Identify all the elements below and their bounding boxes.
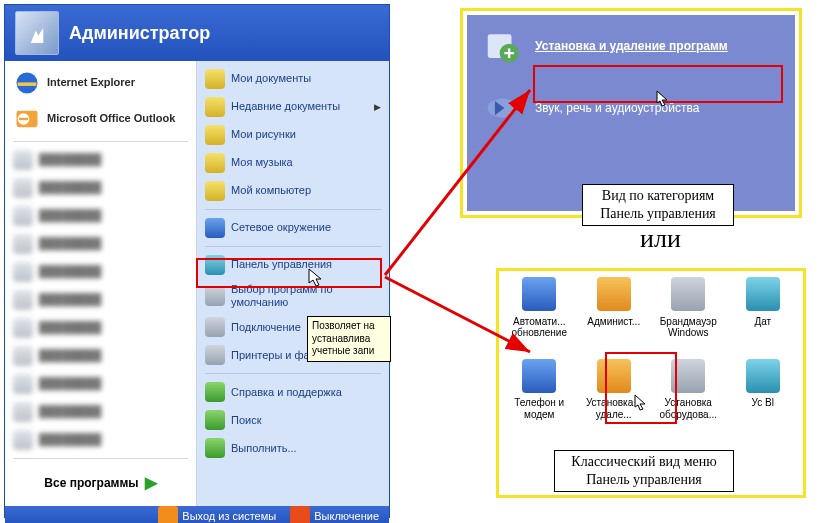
chevron-right-icon: ▶: [374, 102, 381, 112]
menu-item-label: Мой компьютер: [231, 184, 311, 197]
classic-item[interactable]: Установка и удале...: [578, 359, 651, 421]
recent-item-blurred[interactable]: ████████: [5, 342, 196, 370]
folder-icon: [205, 153, 225, 173]
app-icon: [13, 318, 33, 338]
recent-item-blurred[interactable]: ████████: [5, 258, 196, 286]
pinned-label: Microsoft Office Outlook: [47, 112, 175, 125]
classic-item[interactable]: Дат: [727, 277, 800, 339]
cp-icon: [671, 277, 705, 311]
menu-item[interactable]: Выбор программ по умолчанию: [197, 279, 389, 313]
menu-item[interactable]: Поиск: [197, 406, 389, 434]
classic-item[interactable]: Брандмауэр Windows: [652, 277, 725, 339]
folder-icon: [205, 181, 225, 201]
start-menu-right: Мои документыНедавние документы▶Мои рису…: [197, 61, 389, 506]
separator: [205, 246, 381, 247]
caption-line: Панель управления: [555, 471, 733, 489]
app-icon: [13, 262, 33, 282]
separator: [205, 209, 381, 210]
classic-item-label: Дат: [727, 316, 800, 328]
menu-item-label: Подключение: [231, 321, 301, 334]
menu-item-label: Выполнить...: [231, 442, 297, 455]
start-menu-footer: Выход из системы Выключение: [5, 506, 389, 523]
classic-item[interactable]: Телефон и модем: [503, 359, 576, 421]
caption-line: Вид по категориям: [583, 187, 733, 205]
classic-item[interactable]: Автомати... обновление: [503, 277, 576, 339]
folder-icon: [205, 382, 225, 402]
classic-item[interactable]: Установка оборудова...: [652, 359, 725, 421]
avatar: [15, 11, 59, 55]
menu-item-label: Справка и поддержка: [231, 386, 342, 399]
outlook-icon: [13, 105, 41, 133]
sound-icon: [483, 89, 521, 127]
all-programs[interactable]: Все программы ▶: [5, 463, 196, 502]
classic-item-label: Ус Bl: [727, 397, 800, 409]
folder-icon: [205, 345, 225, 365]
menu-item[interactable]: Справка и поддержка: [197, 378, 389, 406]
folder-icon: [205, 317, 225, 337]
app-icon: [13, 290, 33, 310]
recent-item-blurred[interactable]: ████████: [5, 398, 196, 426]
classic-item[interactable]: Админист...: [578, 277, 651, 339]
menu-item[interactable]: Мои рисунки: [197, 121, 389, 149]
logoff-icon: [158, 506, 178, 523]
separator: [205, 373, 381, 374]
recent-item-blurred[interactable]: ████████: [5, 202, 196, 230]
app-icon: [13, 346, 33, 366]
logoff-button[interactable]: Выход из системы: [158, 506, 276, 523]
recent-item-blurred[interactable]: ████████: [5, 230, 196, 258]
recent-item-blurred[interactable]: ████████: [5, 426, 196, 454]
user-name: Администратор: [69, 23, 210, 44]
classic-item-label: Установка и удале...: [578, 397, 651, 420]
shutdown-icon: [290, 506, 310, 523]
menu-item-label: Поиск: [231, 414, 261, 427]
menu-item[interactable]: Выполнить...: [197, 434, 389, 462]
menu-item[interactable]: Моя музыка: [197, 149, 389, 177]
menu-item-label: Недавние документы: [231, 100, 340, 113]
addremove-icon: [483, 27, 521, 65]
folder-icon: [205, 125, 225, 145]
recent-item-blurred[interactable]: ████████: [5, 314, 196, 342]
pinned-item-ie[interactable]: Internet Explorer: [5, 65, 196, 101]
menu-item[interactable]: Недавние документы▶: [197, 93, 389, 121]
menu-item-label: Моя музыка: [231, 156, 293, 169]
menu-item[interactable]: Мои документы: [197, 65, 389, 93]
recent-item-blurred[interactable]: ████████: [5, 174, 196, 202]
cp-icon: [746, 277, 780, 311]
classic-item[interactable]: Ус Bl: [727, 359, 800, 421]
app-icon: [13, 402, 33, 422]
cp-icon: [597, 277, 631, 311]
category-item-sound[interactable]: Звук, речь и аудиоустройства: [467, 77, 795, 139]
recent-item-blurred[interactable]: ████████: [5, 370, 196, 398]
ie-icon: [13, 69, 41, 97]
pinned-item-outlook[interactable]: Microsoft Office Outlook: [5, 101, 196, 137]
shutdown-button[interactable]: Выключение: [290, 506, 379, 523]
pinned-label: Internet Explorer: [47, 76, 135, 89]
classic-item-label: Автомати... обновление: [503, 316, 576, 339]
control-panel-icon: [205, 255, 225, 275]
cp-icon: [522, 359, 556, 393]
menu-item[interactable]: Сетевое окружение: [197, 214, 389, 242]
recent-item-blurred[interactable]: ████████: [5, 146, 196, 174]
app-icon: [13, 374, 33, 394]
folder-icon: [205, 438, 225, 458]
cp-icon: [746, 359, 780, 393]
menu-item[interactable]: Мой компьютер: [197, 177, 389, 205]
category-link: Звук, речь и аудиоустройства: [535, 101, 699, 115]
recent-item-blurred[interactable]: ████████: [5, 286, 196, 314]
app-icon: [13, 234, 33, 254]
all-programs-label: Все программы: [44, 476, 138, 490]
separator: [13, 141, 188, 142]
menu-item-label: Сетевое окружение: [231, 221, 331, 234]
or-label: или: [640, 224, 681, 254]
category-view-inner: Установка и удаление программ Звук, речь…: [467, 15, 795, 211]
category-caption: Вид по категориям Панель управления: [582, 184, 734, 226]
control-panel-label: Панель управления: [231, 258, 332, 271]
cp-icon: [671, 359, 705, 393]
tooltip: Позволяет на устанавлива учетные запи: [307, 316, 391, 362]
separator: [13, 458, 188, 459]
start-menu-header: Администратор: [5, 5, 389, 61]
category-item-addremove[interactable]: Установка и удаление программ: [467, 15, 795, 77]
menu-item-label: Мои рисунки: [231, 128, 296, 141]
control-panel-item[interactable]: Панель управления: [197, 251, 389, 279]
logoff-label: Выход из системы: [182, 510, 276, 522]
